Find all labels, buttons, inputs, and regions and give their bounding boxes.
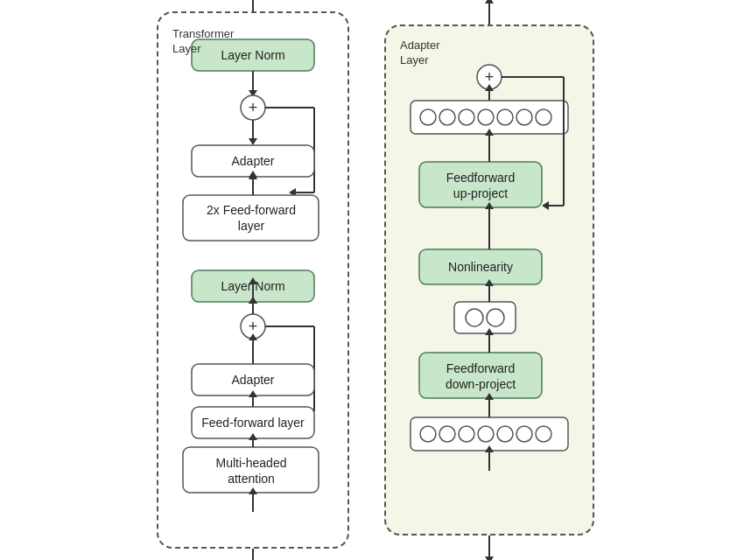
svg-marker-12 xyxy=(249,138,257,145)
svg-point-77 xyxy=(466,309,483,326)
diagram-container: Transformer Layer Layer Norm xyxy=(139,0,612,560)
svg-text:down-project: down-project xyxy=(446,377,516,391)
svg-point-93 xyxy=(536,426,551,442)
top-arrow-left xyxy=(249,0,257,11)
svg-text:Multi-headed: Multi-headed xyxy=(216,456,287,470)
svg-point-87 xyxy=(420,426,436,442)
svg-point-88 xyxy=(439,426,455,442)
svg-point-58 xyxy=(497,109,513,125)
svg-text:+: + xyxy=(249,99,258,116)
svg-point-57 xyxy=(478,109,494,125)
bottom-arrow-right xyxy=(485,536,494,560)
svg-rect-17 xyxy=(183,195,319,241)
svg-point-90 xyxy=(478,426,494,442)
transformer-layer-panel: Transformer Layer Layer Norm xyxy=(157,11,349,549)
svg-rect-67 xyxy=(419,162,542,207)
svg-text:+: + xyxy=(485,68,495,86)
svg-text:up-project: up-project xyxy=(453,186,508,200)
svg-text:Adapter: Adapter xyxy=(231,154,274,168)
svg-point-89 xyxy=(459,426,474,442)
adapter-layer-label: Adapter Layer xyxy=(400,38,440,68)
adapter-layer-panel: Adapter Layer + xyxy=(384,24,594,536)
svg-point-54 xyxy=(420,109,436,125)
right-diagram-svg: + Feedfo xyxy=(402,61,577,516)
top-arrow-right xyxy=(485,0,494,24)
svg-text:Adapter: Adapter xyxy=(231,373,274,387)
svg-text:Feedforward: Feedforward xyxy=(446,361,516,375)
svg-point-91 xyxy=(497,426,513,442)
svg-rect-44 xyxy=(183,447,319,493)
svg-text:layer: layer xyxy=(238,219,265,233)
svg-text:attention: attention xyxy=(228,472,275,486)
svg-rect-81 xyxy=(419,353,542,398)
svg-text:Feed-forward layer: Feed-forward layer xyxy=(201,416,305,430)
svg-text:Feedforward: Feedforward xyxy=(446,171,516,185)
svg-point-92 xyxy=(516,426,532,442)
bottom-arrow-left xyxy=(249,549,257,560)
svg-marker-66 xyxy=(542,201,549,210)
svg-text:+: + xyxy=(249,318,258,335)
svg-text:Nonlinearity: Nonlinearity xyxy=(448,260,513,274)
svg-point-78 xyxy=(487,309,504,326)
svg-rect-76 xyxy=(454,302,516,333)
svg-point-56 xyxy=(459,109,474,125)
svg-point-59 xyxy=(516,109,532,125)
left-diagram-svg: Layer Norm + Adapter xyxy=(170,39,336,529)
transformer-layer-label: Transformer Layer xyxy=(172,27,234,57)
svg-point-60 xyxy=(536,109,551,125)
svg-point-55 xyxy=(439,109,455,125)
svg-text:2x Feed-forward: 2x Feed-forward xyxy=(207,203,296,217)
